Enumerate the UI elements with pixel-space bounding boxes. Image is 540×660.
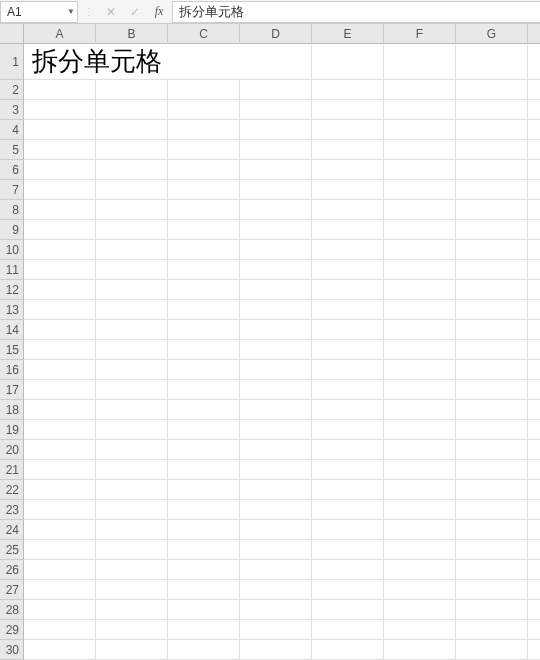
cell[interactable] (240, 260, 312, 280)
cell[interactable] (528, 80, 540, 100)
cell[interactable] (528, 520, 540, 540)
cell[interactable] (240, 400, 312, 420)
cell[interactable] (96, 440, 168, 460)
cell[interactable] (312, 80, 384, 100)
cell[interactable] (24, 580, 96, 600)
cell[interactable] (528, 140, 540, 160)
cell[interactable] (96, 120, 168, 140)
cell[interactable] (240, 300, 312, 320)
col-header-partial[interactable] (528, 24, 540, 44)
cell[interactable] (168, 260, 240, 280)
cell[interactable] (312, 380, 384, 400)
cell[interactable] (168, 620, 240, 640)
cell[interactable] (24, 600, 96, 620)
cell[interactable] (312, 180, 384, 200)
cell[interactable] (384, 360, 456, 380)
cell[interactable] (528, 280, 540, 300)
cell[interactable] (24, 300, 96, 320)
cell[interactable] (528, 580, 540, 600)
cell[interactable] (168, 300, 240, 320)
cell[interactable] (384, 320, 456, 340)
cell[interactable] (240, 360, 312, 380)
cell[interactable] (456, 600, 528, 620)
cell[interactable] (96, 340, 168, 360)
cell[interactable] (312, 520, 384, 540)
cell[interactable] (168, 580, 240, 600)
cell[interactable] (456, 180, 528, 200)
cell[interactable] (240, 120, 312, 140)
cell[interactable] (384, 400, 456, 420)
cell[interactable] (96, 280, 168, 300)
cell[interactable] (168, 480, 240, 500)
row-header-16[interactable]: 16 (0, 360, 23, 380)
cell[interactable] (240, 640, 312, 660)
fx-icon[interactable]: fx (152, 5, 166, 19)
select-all-corner[interactable] (0, 24, 24, 44)
row-header-19[interactable]: 19 (0, 420, 23, 440)
cell[interactable] (168, 420, 240, 440)
cell[interactable] (96, 180, 168, 200)
cell[interactable] (96, 580, 168, 600)
row-header-11[interactable]: 11 (0, 260, 23, 280)
row-header-20[interactable]: 20 (0, 440, 23, 460)
cell[interactable] (240, 340, 312, 360)
cell[interactable] (528, 180, 540, 200)
cell[interactable] (24, 160, 96, 180)
cell[interactable] (240, 380, 312, 400)
cell[interactable] (312, 640, 384, 660)
cell[interactable] (168, 640, 240, 660)
row-header-22[interactable]: 22 (0, 480, 23, 500)
cell[interactable] (384, 580, 456, 600)
cell[interactable] (384, 540, 456, 560)
cell[interactable] (168, 460, 240, 480)
cell[interactable] (168, 280, 240, 300)
cell[interactable] (456, 300, 528, 320)
cell[interactable] (528, 540, 540, 560)
cell[interactable] (24, 220, 96, 240)
cell[interactable] (528, 480, 540, 500)
cell[interactable] (456, 380, 528, 400)
cell[interactable] (528, 200, 540, 220)
cell[interactable] (456, 340, 528, 360)
cell[interactable] (96, 380, 168, 400)
cell[interactable] (168, 520, 240, 540)
cell[interactable] (24, 80, 96, 100)
cell[interactable] (312, 240, 384, 260)
cell[interactable] (384, 260, 456, 280)
cell[interactable] (528, 240, 540, 260)
col-header-B[interactable]: B (96, 24, 168, 44)
cell-G1[interactable] (456, 44, 528, 80)
cell[interactable] (96, 80, 168, 100)
cell[interactable] (24, 640, 96, 660)
cell[interactable] (384, 100, 456, 120)
col-header-E[interactable]: E (312, 24, 384, 44)
cell[interactable] (528, 120, 540, 140)
cell[interactable] (24, 420, 96, 440)
cell[interactable] (384, 120, 456, 140)
cell[interactable] (240, 320, 312, 340)
cell[interactable] (240, 460, 312, 480)
cell[interactable] (528, 620, 540, 640)
row-header-27[interactable]: 27 (0, 580, 23, 600)
cell[interactable] (384, 280, 456, 300)
enter-icon[interactable]: ✓ (128, 5, 142, 19)
cell[interactable] (168, 100, 240, 120)
cell[interactable] (456, 640, 528, 660)
row-header-18[interactable]: 18 (0, 400, 23, 420)
cell[interactable] (384, 520, 456, 540)
cell[interactable] (240, 500, 312, 520)
cell[interactable] (312, 420, 384, 440)
cell[interactable] (456, 140, 528, 160)
cell[interactable] (312, 140, 384, 160)
cell[interactable] (240, 160, 312, 180)
cell[interactable] (168, 380, 240, 400)
cell[interactable] (24, 140, 96, 160)
cell-F1[interactable] (384, 44, 456, 80)
cell[interactable] (456, 280, 528, 300)
cell[interactable] (312, 400, 384, 420)
row-header-21[interactable]: 21 (0, 460, 23, 480)
cell[interactable] (312, 360, 384, 380)
cell[interactable] (24, 400, 96, 420)
cell[interactable] (456, 160, 528, 180)
cell[interactable] (24, 520, 96, 540)
